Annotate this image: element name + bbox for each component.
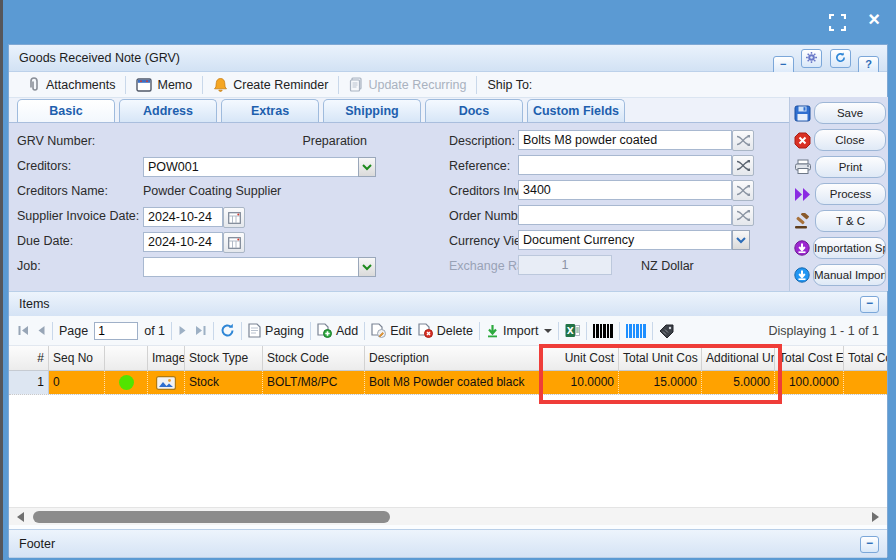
prev-page-button[interactable] <box>36 325 46 336</box>
col-header-total-unit-cost[interactable]: Total Unit Cos <box>619 346 702 370</box>
export-excel-button[interactable]: X <box>565 323 580 338</box>
image-thumbnail-icon <box>156 376 176 390</box>
action-panel: Save Close Print Process T & C Importati… <box>789 97 888 291</box>
barcode-blue-button[interactable] <box>626 324 646 338</box>
col-header-total-cost-ex[interactable]: Total Cost Ex ( <box>775 346 844 370</box>
next-page-button[interactable] <box>178 325 188 336</box>
process-button[interactable]: Process <box>794 182 886 206</box>
tab-extras[interactable]: Extras <box>221 99 319 122</box>
settings-gear-button[interactable] <box>801 49 822 68</box>
col-header-total-cost[interactable]: Total Cos <box>844 346 887 370</box>
creditors-input[interactable] <box>143 157 359 177</box>
tab-custom-fields[interactable]: Custom Fields <box>527 99 625 122</box>
tab-shipping[interactable]: Shipping <box>323 99 421 122</box>
last-page-button[interactable] <box>194 325 207 336</box>
grv-number-label: GRV Number: <box>17 134 95 148</box>
unit-cost-cell: 10.0000 <box>540 371 619 394</box>
col-header-stock-code[interactable]: Stock Code <box>263 346 365 370</box>
import-arrow-icon <box>486 324 499 338</box>
basic-tab-form: GRV Number: Preparation Creditors: Credi… <box>9 122 789 292</box>
col-header-stock-type[interactable]: Stock Type <box>185 346 263 370</box>
col-header-image[interactable]: Image <box>148 346 185 370</box>
import-button[interactable]: Import <box>486 324 552 338</box>
memo-button[interactable]: Memo <box>126 78 202 92</box>
job-dropdown-button[interactable] <box>358 257 376 277</box>
col-header-seq-no[interactable]: Seq No <box>49 346 105 370</box>
close-icon[interactable]: × <box>868 8 880 31</box>
tab-docs[interactable]: Docs <box>425 99 523 122</box>
currency-view-input[interactable] <box>518 230 732 250</box>
total-unit-cost-cell: 15.0000 <box>619 371 702 394</box>
fullscreen-icon[interactable] <box>829 14 846 31</box>
first-page-button[interactable] <box>17 325 30 336</box>
terms-conditions-button[interactable]: T & C <box>794 209 886 233</box>
exchange-rate-input <box>518 255 612 275</box>
tab-basic[interactable]: Basic <box>17 99 115 123</box>
scroll-right-arrow[interactable] <box>872 512 879 522</box>
stock-type-cell: Stock <box>185 371 263 394</box>
tab-address[interactable]: Address <box>119 99 217 122</box>
items-paging-toolbar: Page of 1 Paging Add Edit Delete Imp <box>9 316 887 346</box>
currency-view-dropdown-button[interactable] <box>732 230 750 250</box>
supplier-invoice-date-calendar-button[interactable] <box>223 207 245 228</box>
delete-doc-icon <box>418 323 433 338</box>
add-row-button[interactable]: Add <box>317 323 358 338</box>
shuffle-icon <box>736 160 751 171</box>
items-collapse-button[interactable]: − <box>860 296 879 313</box>
edit-row-button[interactable]: Edit <box>371 323 412 338</box>
description-input[interactable] <box>518 130 732 150</box>
printer-icon <box>794 159 812 175</box>
order-number-input[interactable] <box>518 205 732 225</box>
scrollbar-thumb[interactable] <box>33 511 390 523</box>
supplier-invoice-date-input[interactable] <box>143 207 223 227</box>
paging-button[interactable]: Paging <box>248 323 304 338</box>
green-status-dot <box>119 375 134 390</box>
refresh-grid-button[interactable] <box>220 323 235 338</box>
scroll-left-arrow[interactable] <box>17 512 24 522</box>
dialog-titlebar[interactable]: Goods Received Note (GRV) − ? <box>9 45 887 72</box>
label-tag-button[interactable] <box>659 324 675 338</box>
shuffle-icon <box>736 185 751 196</box>
footer-section-bar[interactable]: Footer − <box>9 529 887 558</box>
shuffle-icon <box>736 210 751 221</box>
order-number-lookup-button[interactable] <box>732 205 754 226</box>
importation-split-button[interactable]: Importation Spl <box>794 236 886 260</box>
create-reminder-button[interactable]: Create Reminder <box>203 77 338 93</box>
calendar-icon <box>228 237 241 249</box>
tag-icon <box>659 324 675 338</box>
items-grid-empty-area[interactable] <box>9 395 887 507</box>
reference-lookup-button[interactable] <box>732 155 754 176</box>
reference-input[interactable] <box>518 155 732 175</box>
horizontal-scrollbar[interactable] <box>9 507 887 526</box>
creditors-name-label: Creditors Name: <box>17 184 108 198</box>
close-button[interactable]: Close <box>794 128 886 152</box>
due-date-calendar-button[interactable] <box>223 232 245 253</box>
col-header-unit-cost[interactable]: Unit Cost <box>540 346 619 370</box>
creditors-dropdown-button[interactable] <box>358 157 376 177</box>
job-input[interactable] <box>143 257 359 277</box>
import-dropdown-caret[interactable] <box>544 329 552 333</box>
delete-row-button[interactable]: Delete <box>418 323 473 338</box>
due-date-input[interactable] <box>143 232 223 252</box>
creditors-invoice-lookup-button[interactable] <box>732 180 754 201</box>
page-number-input[interactable] <box>94 322 138 340</box>
save-button[interactable]: Save <box>794 101 886 125</box>
save-floppy-icon <box>794 105 811 122</box>
col-header-additional-unit[interactable]: Additional Uni <box>702 346 775 370</box>
col-header-description[interactable]: Description <box>365 346 540 370</box>
status-text: Preparation <box>249 134 367 148</box>
footer-collapse-button[interactable]: − <box>860 536 879 553</box>
col-header-status[interactable] <box>105 346 148 370</box>
manual-importation-button[interactable]: Manual Importa <box>794 263 886 287</box>
col-header-rownum[interactable]: # <box>9 346 49 370</box>
creditors-invoice-no-input[interactable] <box>518 180 732 200</box>
table-row[interactable]: 1 0 Stock BOLT/M8/PC Bolt M8 Powder coat… <box>9 371 887 395</box>
description-lookup-button[interactable] <box>732 130 754 151</box>
items-section-bar[interactable]: Items − <box>9 291 887 317</box>
attachments-button[interactable]: Attachments <box>17 77 125 93</box>
description-cell: Bolt M8 Powder coated black <box>365 371 540 394</box>
refresh-button[interactable] <box>830 49 851 68</box>
print-button[interactable]: Print <box>794 155 886 179</box>
barcode-black-button[interactable] <box>593 324 613 338</box>
blue-download-icon <box>794 267 810 283</box>
